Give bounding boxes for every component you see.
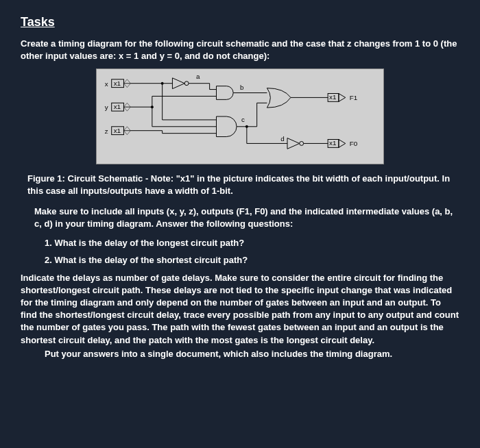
input-x-bitwidth: x1 [114, 79, 121, 86]
wire-d-label: d [280, 135, 284, 142]
input-z-label: z [105, 127, 108, 134]
input-x-label: x [105, 79, 108, 87]
final-instruction: Put your answers into a single document,… [21, 348, 459, 360]
question-1: 1. What is the delay of the longest circ… [21, 237, 459, 249]
input-z-bitwidth: x1 [114, 126, 121, 134]
or-gate-f1 [267, 88, 290, 108]
input-y-bitwidth: x1 [114, 103, 121, 110]
delay-explanation-paragraph: Indicate the delays as number of gate de… [21, 272, 459, 347]
not-gate-d [287, 138, 300, 149]
and-gate-c [217, 116, 237, 137]
not-gate-a [172, 77, 184, 88]
output-f1-label: F1 [350, 94, 358, 101]
and-gate-b [217, 86, 234, 99]
wire-a-label: a [196, 72, 200, 79]
output-f1-bitwidth: x1 [329, 93, 336, 101]
instructions-paragraph: Make sure to include all inputs (x, y, z… [21, 206, 459, 230]
wire-c-label: c [241, 115, 245, 123]
question-2: 2. What is the delay of the shortest cir… [21, 254, 459, 266]
input-y-label: y [105, 103, 108, 111]
output-f0-label: F0 [350, 140, 358, 147]
tasks-heading: Tasks [21, 14, 459, 31]
task-intro-text: Create a timing diagram for the followin… [21, 38, 459, 62]
figure-caption: Figure 1: Circuit Schematic - Note: "x1"… [21, 173, 459, 197]
wire-b-label: b [240, 83, 244, 90]
circuit-schematic-figure: x x1 y x1 z x1 a [96, 69, 384, 164]
output-f0-bitwidth: x1 [329, 139, 336, 147]
